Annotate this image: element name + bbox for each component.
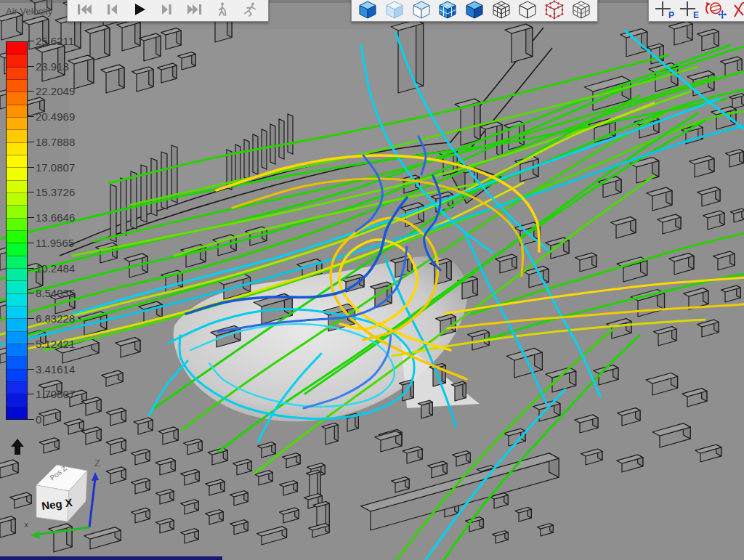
building (39, 438, 59, 453)
building (106, 438, 126, 455)
skip-to-start-button[interactable] (72, 0, 97, 20)
building (698, 320, 719, 337)
wireframe-mesh-button[interactable] (489, 0, 513, 20)
building (156, 490, 174, 504)
building (81, 427, 101, 445)
building (506, 348, 542, 378)
probe-element-button[interactable]: E (678, 0, 700, 20)
louver-fin (121, 178, 126, 235)
x-axis-label: X (24, 522, 28, 529)
axis-triad: Pos ZNeg XZX (11, 439, 100, 539)
building (581, 449, 602, 465)
vertex-points-button[interactable] (543, 0, 567, 20)
building (647, 187, 672, 211)
clipped-tool-button[interactable] (730, 0, 744, 20)
step-back-button[interactable] (100, 0, 124, 20)
shaded-transparent-button[interactable] (383, 0, 407, 20)
building (721, 285, 741, 302)
building (682, 389, 707, 407)
louver-fin (244, 139, 249, 179)
building (181, 469, 200, 485)
building (158, 427, 178, 445)
building (39, 380, 62, 398)
z-axis-arrowhead (92, 472, 99, 481)
viewport-3d[interactable]: Pos ZNeg XZX (0, 0, 744, 560)
building (23, 97, 44, 116)
building (255, 471, 273, 485)
building (453, 451, 471, 466)
building (155, 458, 175, 475)
wireframe-button[interactable] (516, 0, 540, 20)
building (258, 442, 276, 458)
building (652, 423, 690, 447)
building (515, 508, 531, 522)
hidden-mesh-button[interactable] (569, 0, 593, 20)
skip-to-end-button[interactable] (182, 0, 207, 20)
building (575, 253, 597, 272)
building (233, 459, 252, 475)
building (575, 415, 598, 433)
building (134, 418, 153, 434)
building (0, 12, 23, 40)
flat-shaded-button[interactable] (463, 0, 487, 20)
shaded-mesh-button[interactable] (436, 0, 460, 20)
walk-mode-button[interactable] (210, 0, 235, 20)
building (283, 453, 301, 468)
building (181, 529, 199, 543)
building (230, 491, 248, 506)
building (65, 390, 86, 407)
building (322, 423, 338, 445)
building (230, 520, 248, 535)
z-axis-arrow (89, 478, 95, 527)
step-forward-button[interactable] (155, 0, 179, 20)
hidden-line-button[interactable] (409, 0, 433, 20)
building (695, 445, 721, 462)
z-axis-label: Z (94, 458, 100, 468)
louver-fin (288, 114, 293, 154)
building (403, 447, 422, 463)
run-mode-button[interactable] (238, 0, 262, 20)
building (669, 253, 694, 275)
building (0, 516, 15, 537)
building (620, 29, 647, 57)
building (184, 439, 203, 455)
building (611, 217, 636, 238)
building (132, 449, 150, 465)
louver-fin (235, 145, 240, 184)
building (0, 245, 20, 270)
building (618, 408, 640, 426)
building (669, 21, 692, 45)
building (598, 176, 621, 198)
building (280, 508, 299, 523)
building (418, 400, 433, 418)
building (658, 214, 681, 234)
building (116, 338, 140, 357)
building (64, 419, 84, 434)
building (14, 264, 43, 292)
play-button[interactable] (127, 0, 152, 20)
louver-fin (270, 124, 275, 164)
louver-fin (253, 134, 258, 174)
building (654, 327, 676, 346)
building (731, 208, 744, 222)
building (208, 448, 227, 465)
building (257, 527, 287, 545)
x-axis-arrowhead (31, 531, 40, 539)
building (538, 524, 554, 536)
building (428, 461, 448, 478)
louver-fin (131, 171, 137, 229)
building (496, 254, 517, 273)
building (106, 467, 126, 484)
building (106, 408, 126, 426)
louver-fin (151, 158, 157, 216)
building (493, 531, 509, 543)
probe-point-button[interactable]: P (653, 0, 675, 20)
rotate-view-button[interactable] (703, 0, 727, 20)
shaded-solid-button[interactable] (356, 0, 380, 20)
building (607, 319, 631, 338)
svg-text:P: P (668, 10, 674, 19)
building (132, 508, 150, 523)
building (646, 373, 678, 395)
building (309, 524, 329, 537)
building (392, 477, 410, 492)
